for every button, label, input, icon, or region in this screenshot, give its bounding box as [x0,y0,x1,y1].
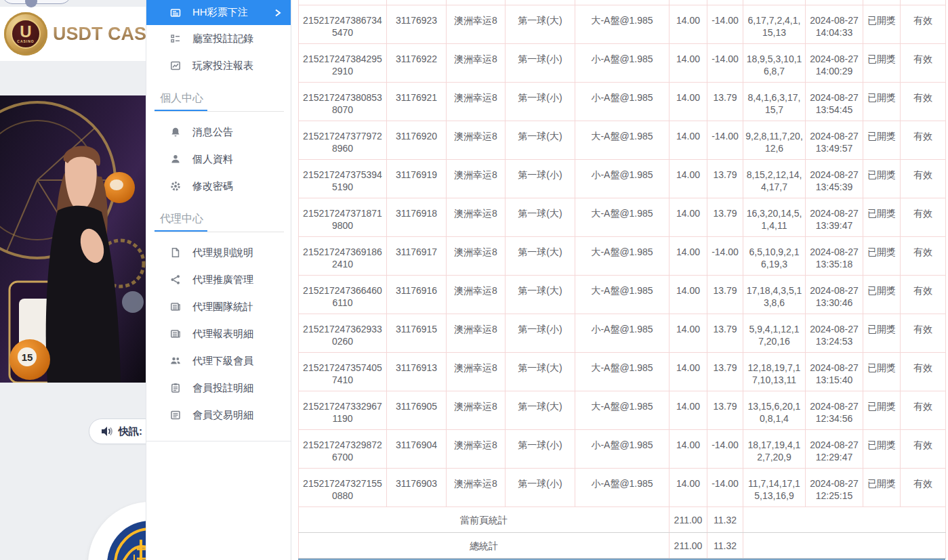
cell-validity: 有效 [901,121,946,159]
cell-game: 澳洲幸运8 [447,5,506,43]
cell-play: 第一球(大) [506,236,575,275]
cell-order-id: 2152172473691862410 [299,236,387,275]
cell-order-id: 2152172473574057410 [299,352,387,391]
table-row: 215217247377972896031176920澳洲幸运8第一球(大)大-… [299,121,946,159]
sidebar-item-player-bet-report[interactable]: 玩家投注報表 [146,52,291,79]
sidebar-item-agent-downline-members[interactable]: 代理下級會員 [146,347,291,374]
cell-status: 已開獎 [863,314,901,352]
sidebar-item-agent-team-stats[interactable]: 代理團隊統計 [146,293,291,320]
cell-amount: 14.00 [669,391,707,429]
cell-validity: 有效 [901,429,946,468]
cell-time: 2024-08-27 13:49:57 [806,121,863,159]
cell-play: 第一球(小) [506,82,575,121]
sidebar-item-profile[interactable]: 個人資料 [146,146,291,173]
cell-bet-content: 大-A盤@1.985 [575,121,669,159]
sidebar-item-member-bet-detail[interactable]: 會員投註明細 [146,374,291,402]
cell-draw-result: 16,3,20,14,5,1,4,11 [743,198,806,236]
cell-order-id: 2152172473329671190 [299,391,387,429]
cell-amount: 14.00 [669,198,707,236]
cell-profit: -14.00 [707,468,743,507]
cell-status: 已開獎 [863,391,901,429]
table-row: 215217247357405741031176913澳洲幸运8第一球(大)大-… [299,352,946,391]
cell-status: 已開獎 [863,275,901,314]
newspaper-icon [169,301,181,313]
cell-bet-content: 大-A盤@1.985 [575,391,669,429]
table-row: 215217247375394519031176919澳洲幸运8第一球(小)小-… [299,159,946,198]
cell-period: 31176920 [387,121,447,159]
person-icon [169,154,181,165]
sidebar-item-member-transaction-detail[interactable]: 會員交易明細 [146,402,291,429]
sidebar-item-agent-report-detail[interactable]: 代理報表明細 [146,320,291,347]
cell-play: 第一球(小) [506,159,575,198]
sidebar-item-label: 玩家投注報表 [192,60,253,72]
cell-order-id: 2152172473808538070 [299,82,387,121]
newspaper-icon [169,7,181,18]
cell-play: 第一球(大) [506,352,575,391]
share-icon [169,274,181,286]
cell-time: 2024-08-27 13:30:46 [806,275,863,314]
sidebar-item-room-bet-records[interactable]: 廳室投註記錄 [146,25,291,52]
cell-order-id: 2152172473629330260 [299,314,387,352]
cell-draw-result: 18,9,5,3,10,16,8,7 [743,43,806,82]
sidebar-item-label: 代理規則說明 [192,246,253,259]
cell-status: 已開獎 [863,468,901,507]
table-row: 215217247366460611031176916澳洲幸运8第一球(大)大-… [299,275,946,314]
cell-amount: 14.00 [669,468,707,507]
sidebar-item-agent-promotion[interactable]: 代理推廣管理 [146,266,291,293]
cell-draw-result: 6,17,7,2,4,1,15,13 [743,5,806,43]
cell-validity: 有效 [901,468,946,507]
cell-status: 已開獎 [863,43,901,82]
cell-game: 澳洲幸运8 [447,82,506,121]
summary-empty [743,532,946,558]
cell-time: 2024-08-27 14:04:33 [806,5,863,43]
cell-game: 澳洲幸运8 [447,429,506,468]
sidebar-section-personal-center: 個人中心 [146,89,291,107]
cell-period: 31176923 [387,5,447,43]
page: U CASINO USDT CASINO [0,0,948,560]
logo-band[interactable]: U CASINO USDT CASINO [0,7,146,61]
sidebar-item-agent-rules[interactable]: 代理規則說明 [146,239,291,266]
sidebar-item-label: 會員投註明細 [192,382,253,395]
cell-draw-result: 18,17,19,4,12,7,20,9 [743,429,806,468]
cell-play: 第一球(大) [506,275,575,314]
sidebar-item-label: 代理下級會員 [192,355,253,368]
summary-profit: 11.32 [707,507,743,532]
table-row: 215217247329872670031176904澳洲幸运8第一球(小)小-… [299,429,946,468]
newspaper-icon [169,328,181,340]
cell-game: 澳洲幸运8 [447,121,506,159]
cell-draw-result: 8,15,2,12,14,4,17,7 [743,159,806,198]
sidebar-item-hh-lottery-bets[interactable]: HH彩票下注 [146,0,291,25]
cell-profit: 13.79 [707,314,743,352]
cell-period: 31176905 [387,391,447,429]
sidebar-item-announcements[interactable]: 消息公告 [146,119,291,146]
cell-profit: -14.00 [707,5,743,43]
cell-bet-content: 小-A盤@1.985 [575,43,669,82]
cell-bet-content: 大-A盤@1.985 [575,5,669,43]
main-content: 215217247386734547031176923澳洲幸运8第一球(大)大-… [291,0,948,560]
table-row: 215217247369186241031176917澳洲幸运8第一球(大)大-… [299,236,946,275]
sidebar-item-label: 消息公告 [192,126,233,139]
cell-profit: -14.00 [707,429,743,468]
partial-row [299,0,946,5]
sidebar-item-label: 修改密碼 [192,180,233,193]
sidebar-section-agent-center: 代理中心 [146,210,291,228]
cell-period: 31176904 [387,429,447,468]
cell-validity: 有效 [901,5,946,43]
cell-bet-content: 小-A盤@1.985 [575,82,669,121]
chevron-right-icon [274,9,281,17]
cell-amount: 14.00 [669,159,707,198]
cell-amount: 14.00 [669,43,707,82]
cell-order-id: 2152172473298726700 [299,429,387,468]
sidebar-item-change-password[interactable]: 修改密碼 [146,173,291,200]
cell-game: 澳洲幸运8 [447,275,506,314]
cell-status: 已開獎 [863,121,901,159]
speaker-icon [101,426,113,437]
cell-draw-result: 9,2,8,11,7,20,12,6 [743,121,806,159]
cell-status: 已開獎 [863,198,901,236]
cell-time: 2024-08-27 13:45:39 [806,159,863,198]
cell-amount: 14.00 [669,5,707,43]
sidebar-item-label: 代理推廣管理 [192,274,253,286]
summary-amount: 211.00 [669,507,707,532]
cell-game: 澳洲幸运8 [447,159,506,198]
cell-draw-result: 5,9,4,1,12,17,20,16 [743,314,806,352]
